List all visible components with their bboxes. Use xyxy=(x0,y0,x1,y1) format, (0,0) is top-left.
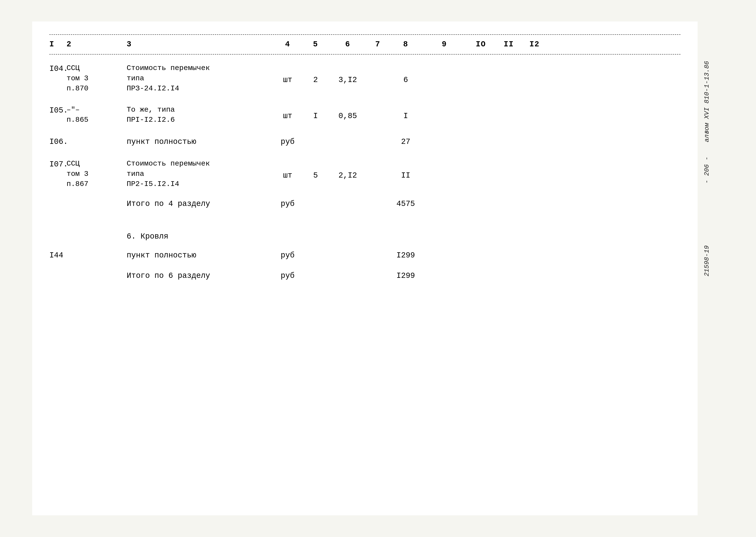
header-label-2: 2 xyxy=(66,39,127,50)
row-144-desc: пункт полностью xyxy=(127,250,273,261)
row-107-qty: 5 xyxy=(303,159,329,182)
header-label-7: 7 xyxy=(367,39,388,50)
table-row: I44 пункт полностью руб I299 xyxy=(49,245,680,266)
section-6-header: 6. Кровля xyxy=(49,225,680,245)
row-104-total: 6 xyxy=(388,63,423,86)
header-label-10: IO xyxy=(466,39,496,50)
header-col-7: 7 xyxy=(367,39,388,50)
header-label-6: 6 xyxy=(329,39,367,50)
header-col-11: II xyxy=(496,39,522,50)
header-label-5: 5 xyxy=(303,39,329,50)
row-105-num: I05. xyxy=(49,105,66,116)
row-104-unit: шт xyxy=(273,63,303,86)
itogo-4-total: 4575 xyxy=(388,198,423,210)
itogo-6-total: I299 xyxy=(388,270,423,282)
row-107-price: 2,I2 xyxy=(329,159,367,182)
header-col-5: 5 xyxy=(303,39,329,50)
row-144-unit: руб xyxy=(273,250,303,261)
table-row: I06. пункт полностью руб 27 xyxy=(49,132,680,152)
header-col-2: 2 xyxy=(66,39,127,50)
row-105-total: I xyxy=(388,105,423,122)
row-104-price: 3,I2 xyxy=(329,63,367,86)
itogo-6-label: Итого по 6 разделу xyxy=(127,270,273,282)
row-104-desc: Стоимость перемычек типа ПРЗ-24.I2.I4 xyxy=(127,63,273,94)
header-col-12: I2 xyxy=(522,39,547,50)
row-104-qty: 2 xyxy=(303,63,329,86)
row-106-desc: пункт полностью xyxy=(127,136,273,148)
header-label-3: 3 xyxy=(127,39,273,50)
row-104-ref: ССЦ том 3 п.870 xyxy=(66,63,127,94)
margin-text-144: 21598-19 xyxy=(703,245,710,276)
row-104-num: I04. xyxy=(49,63,66,75)
header-label-9: 9 xyxy=(423,39,466,50)
header-col-9: 9 xyxy=(423,39,466,50)
row-107-unit: шт xyxy=(273,159,303,182)
row-107-total: II xyxy=(388,159,423,182)
spacer-1 xyxy=(49,216,680,225)
row-105-desc: То же, типа ПРI-I2.I2.6 xyxy=(127,105,273,125)
header-label-8: 8 xyxy=(388,39,423,50)
table-row: I04. ССЦ том 3 п.870 Стоимость перемычек… xyxy=(49,55,680,98)
itogo-row-6: Итого по 6 разделу руб I299 xyxy=(49,266,680,288)
row-106-unit: руб xyxy=(273,136,303,148)
itogo-4-unit: руб xyxy=(273,198,303,210)
margin-text-104: алʙом XVI 810-1-13.86 xyxy=(703,61,710,142)
itogo-6-unit: руб xyxy=(273,270,303,282)
header-col-3: 3 xyxy=(127,39,273,50)
header-label-1: I xyxy=(49,39,66,50)
margin-text-107: - 206 - xyxy=(703,156,710,184)
row-106-total: 27 xyxy=(388,136,423,148)
main-page: I 2 3 4 5 6 7 8 9 IO II xyxy=(32,21,697,515)
table-row: I05. –"– п.865 То же, типа ПРI-I2.I2.6 ш… xyxy=(49,98,680,132)
row-107-num: I07. xyxy=(49,159,66,170)
itogo-4-label: Итого по 4 разделу xyxy=(127,198,273,210)
row-107-desc: Стоимость перемычек типа ПР2-I5.I2.I4 xyxy=(127,159,273,189)
row-144-total: I299 xyxy=(388,250,423,261)
header-col-8: 8 xyxy=(388,39,423,50)
row-107-ref: ССЦ том 3 п.867 xyxy=(66,159,127,189)
row-105-price: 0,85 xyxy=(329,105,367,122)
table-body: I04. ССЦ том 3 п.870 Стоимость перемычек… xyxy=(49,55,680,288)
table-header: I 2 3 4 5 6 7 8 9 IO II xyxy=(49,35,680,55)
section-6-label: 6. Кровля xyxy=(127,231,168,242)
row-106-num: I06. xyxy=(49,136,66,148)
header-col-10: IO xyxy=(466,39,496,50)
row-105-unit: шт xyxy=(273,105,303,122)
header-label-4: 4 xyxy=(273,39,303,50)
header-label-12: I2 xyxy=(522,39,547,50)
row-105-ref: –"– п.865 xyxy=(66,105,127,125)
itogo-row-4: Итого по 4 разделу руб 4575 xyxy=(49,194,680,216)
header-col-1: I xyxy=(49,39,66,50)
row-105-qty: I xyxy=(303,105,329,122)
header-col-6: 6 xyxy=(329,39,367,50)
header-col-4: 4 xyxy=(273,39,303,50)
table-row: I07. ССЦ том 3 п.867 Стоимость перемычек… xyxy=(49,152,680,194)
row-144-num: I44 xyxy=(49,250,66,261)
header-label-11: II xyxy=(496,39,522,50)
